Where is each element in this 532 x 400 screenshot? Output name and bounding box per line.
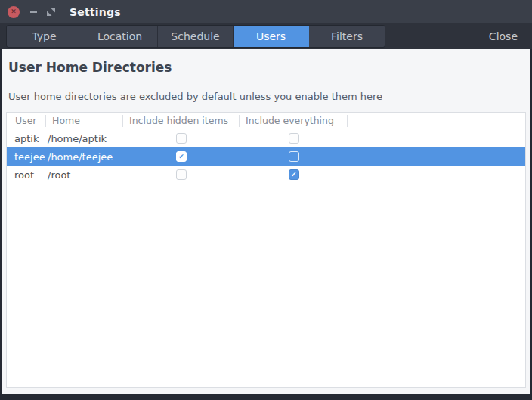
column-header-home[interactable]: Home (46, 115, 123, 127)
tab-schedule[interactable]: Schedule (158, 26, 234, 47)
cell-user: teejee (7, 151, 46, 163)
cell-user: root (7, 169, 46, 181)
cell-home: /root (46, 169, 123, 181)
tab-filters[interactable]: Filters (309, 26, 385, 47)
window-title: Settings (70, 6, 121, 18)
close-button[interactable]: Close (489, 30, 518, 42)
tab-strip: TypeLocationScheduleUsersFilters (6, 25, 385, 48)
close-icon: ✕ (11, 8, 17, 15)
tab-users[interactable]: Users (234, 26, 309, 47)
checkbox-include-hidden[interactable]: ✔ (176, 151, 187, 162)
column-header-include-everything[interactable]: Include everything (240, 115, 348, 127)
cell-home: /home/teejee (46, 151, 123, 163)
table-row[interactable]: teejee/home/teejee✔ (7, 147, 525, 166)
tabbar: TypeLocationScheduleUsersFilters Close (0, 23, 532, 49)
window-minimize-button[interactable] (29, 6, 37, 18)
maximize-icon (47, 8, 55, 16)
tab-type[interactable]: Type (7, 26, 82, 47)
page-title: User Home Directories (8, 60, 524, 76)
checkbox-include-everything[interactable] (289, 151, 299, 162)
cell-include-hidden (123, 133, 240, 144)
users-tab-content: User Home Directories User home director… (2, 49, 530, 394)
window-maximize-button[interactable] (46, 6, 55, 18)
cell-include-hidden (123, 169, 240, 180)
minimize-icon (30, 11, 37, 13)
column-header-user[interactable]: User (7, 115, 46, 127)
column-header-include-hidden[interactable]: Include hidden items (123, 115, 240, 127)
user-directories-table: User Home Include hidden items Include e… (6, 112, 526, 388)
cell-include-hidden: ✔ (123, 151, 240, 162)
cell-include-everything (240, 151, 348, 162)
page-subtitle: User home directories are excluded by de… (8, 91, 524, 103)
cell-include-everything (240, 133, 348, 144)
settings-window: ✕ Settings TypeLocationScheduleUsersFilt… (0, 0, 532, 400)
cell-user: aptik (7, 133, 46, 144)
table-header: User Home Include hidden items Include e… (7, 113, 525, 129)
tab-location[interactable]: Location (82, 26, 158, 47)
cell-include-everything: ✔ (240, 169, 348, 180)
checkbox-include-hidden[interactable] (176, 133, 187, 144)
titlebar: ✕ Settings (0, 0, 532, 23)
table-row[interactable]: aptik/home/aptik (7, 129, 525, 147)
checkbox-include-everything[interactable] (289, 133, 299, 144)
checkbox-include-hidden[interactable] (176, 169, 187, 180)
window-close-button[interactable]: ✕ (8, 6, 20, 18)
cell-home: /home/aptik (46, 133, 123, 144)
table-row[interactable]: root/root✔ (7, 166, 525, 184)
table-body: aptik/home/aptikteejee/home/teejee✔root/… (7, 129, 525, 184)
checkbox-include-everything[interactable]: ✔ (289, 169, 299, 180)
